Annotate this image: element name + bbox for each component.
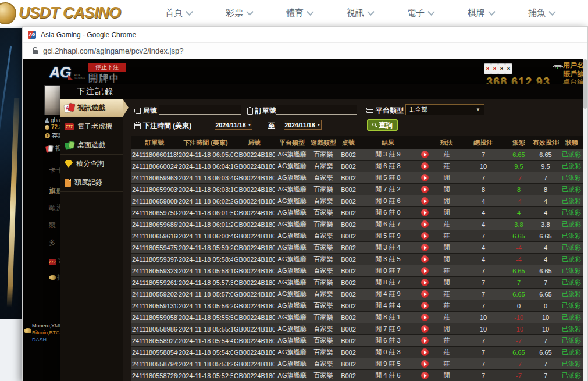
game-type: 百家樂 bbox=[309, 300, 338, 312]
play-type: 莊 bbox=[432, 219, 461, 230]
date-from-select[interactable]: 2024/11/18▼ bbox=[215, 120, 252, 130]
order-id: 241118065980866 bbox=[131, 195, 178, 207]
total-bet: 7 bbox=[461, 172, 505, 184]
platform: AG旗艦廳 bbox=[275, 219, 309, 230]
replay-video-icon[interactable] bbox=[421, 151, 429, 158]
replay-video-icon[interactable] bbox=[421, 337, 429, 344]
valid-bet: 10 bbox=[532, 312, 559, 323]
cards-icon bbox=[65, 104, 74, 112]
play-type: 閒 bbox=[432, 277, 461, 289]
order-id: 241118065961601 bbox=[131, 230, 178, 242]
nav-item-0[interactable]: 首頁 bbox=[148, 8, 209, 19]
column-header: 有效投注額 bbox=[532, 136, 559, 149]
total-bet: 7 bbox=[461, 230, 505, 242]
sidebar-item-live-games[interactable]: 視訊遊戲 bbox=[60, 99, 123, 117]
replay-video-icon[interactable] bbox=[421, 244, 429, 251]
replay-video-icon[interactable] bbox=[421, 162, 429, 170]
round-id: GB00224B180CI bbox=[233, 265, 275, 277]
platform-label: 平台類型 bbox=[366, 106, 404, 116]
replay-video-icon[interactable] bbox=[421, 197, 429, 205]
bet-time: 2024-11-18 05:54:40 bbox=[178, 335, 233, 347]
valid-bet: 8 bbox=[532, 184, 559, 195]
game-type: 百家樂 bbox=[309, 277, 338, 289]
dealing-state-text: 開牌中 bbox=[88, 73, 120, 85]
round-input[interactable] bbox=[159, 105, 241, 115]
date-to-select[interactable]: 2024/11/18▼ bbox=[284, 120, 322, 130]
total-bet: 7 bbox=[461, 289, 505, 300]
bet-time: 2024-11-18 05:52:53 bbox=[178, 370, 233, 381]
platform-select[interactable]: 1.全部 ▼ bbox=[405, 104, 484, 115]
nav-item-6[interactable]: 捕魚 bbox=[511, 8, 572, 19]
table-row: 2411180558927292024-11-18 05:54:40GB0022… bbox=[131, 335, 584, 347]
search-icon bbox=[372, 123, 377, 127]
replay-video-icon[interactable] bbox=[421, 290, 429, 298]
status: 已派彩 bbox=[559, 149, 584, 161]
replay-video-icon[interactable] bbox=[421, 209, 429, 216]
scrollbar-thumb[interactable] bbox=[583, 59, 587, 109]
round-id: GB00224B180CE bbox=[233, 312, 275, 323]
replay-video-icon[interactable] bbox=[421, 372, 429, 379]
payout: 0 bbox=[505, 300, 532, 312]
replay-video-icon[interactable] bbox=[421, 325, 429, 333]
round-id: GB00224B180CD bbox=[233, 323, 275, 335]
total-bet: 7 bbox=[461, 335, 505, 347]
bet-time: 2024-11-18 05:55:52 bbox=[178, 312, 233, 323]
table-header-row: 訂單號下注時間 (美東)局號平台類型遊戲類型桌號結果玩法總投注派彩有效投注額狀態 bbox=[131, 136, 584, 149]
video-menu-fragment[interactable]: 視 bbox=[46, 144, 62, 153]
column-header: 桌號 bbox=[338, 136, 359, 149]
replay-video-icon[interactable] bbox=[421, 314, 429, 321]
nav-item-3[interactable]: 視訊 bbox=[330, 8, 390, 19]
result: 閒 0 莊 3 bbox=[359, 347, 417, 358]
nav-item-1[interactable]: 彩票 bbox=[209, 8, 269, 19]
table-row: 2411180660024912024-11-18 06:04:18GB0022… bbox=[131, 161, 584, 172]
column-header: 結果 bbox=[359, 136, 417, 149]
tag-icon bbox=[134, 108, 141, 114]
order-id: 241118065968658 bbox=[131, 219, 178, 230]
status: 已派彩 bbox=[559, 323, 584, 335]
scrollbar[interactable] bbox=[583, 59, 587, 381]
sidebar-item-slots[interactable]: 777 電子老虎機 bbox=[60, 117, 123, 136]
replay-video-icon[interactable] bbox=[421, 220, 429, 228]
url-bar[interactable]: gci.2hhapi.com/agingame/pcv2/index.jsp? bbox=[23, 42, 587, 59]
game-type: 百家樂 bbox=[309, 289, 338, 300]
sidebar-item-credit-records[interactable]: 額度記錄 bbox=[60, 173, 123, 192]
nav-item-2[interactable]: 體育 bbox=[269, 8, 330, 19]
order-input[interactable] bbox=[276, 105, 357, 115]
replay-video-icon[interactable] bbox=[421, 348, 429, 356]
chevron-down-icon bbox=[246, 8, 254, 16]
sidebar-item-table-games[interactable]: 桌面遊戲 bbox=[60, 136, 123, 155]
replay-video-icon[interactable] bbox=[421, 279, 429, 286]
play-type: 閒 bbox=[432, 254, 461, 265]
round-id: GB00224B180CB bbox=[233, 347, 275, 358]
total-bet: 4 bbox=[461, 207, 505, 219]
status: 已派彩 bbox=[559, 265, 584, 277]
table-id: B002 bbox=[338, 347, 359, 358]
replay-video-icon[interactable] bbox=[421, 255, 429, 263]
replay-video-icon[interactable] bbox=[421, 232, 429, 240]
search-button[interactable]: 查詢 bbox=[367, 119, 398, 131]
table-row: 2411180659963622024-11-18 06:03:45GB0022… bbox=[131, 172, 584, 184]
to-label: 至 bbox=[268, 121, 275, 131]
playing-card: 8 bbox=[505, 63, 512, 74]
play-type: 莊 bbox=[432, 230, 461, 242]
replay-video-icon[interactable] bbox=[421, 360, 429, 368]
game-type: 百家樂 bbox=[309, 347, 338, 358]
game-type: 百家樂 bbox=[309, 161, 338, 172]
result: 閒 6 莊 8 bbox=[359, 161, 417, 172]
table-games-icon bbox=[65, 141, 74, 149]
result: 閒 0 莊 7 bbox=[359, 265, 417, 277]
platform: AG旗艦廳 bbox=[275, 300, 309, 312]
replay-video-icon[interactable] bbox=[421, 186, 429, 193]
payout: -4 bbox=[505, 242, 532, 254]
replay-video-icon[interactable] bbox=[421, 267, 429, 275]
table-row: 2411180660118532024-11-18 06:05:02GB0022… bbox=[131, 149, 584, 161]
nav-item-4[interactable]: 電子 bbox=[390, 8, 451, 19]
sidebar-item-points-query[interactable]: 積分查詢 bbox=[60, 155, 123, 173]
valid-bet: 4 bbox=[532, 254, 559, 265]
game-type: 百家樂 bbox=[309, 242, 338, 254]
bg-menu-item: 競 bbox=[49, 220, 56, 230]
replay-video-icon[interactable] bbox=[421, 302, 429, 309]
nav-item-5[interactable]: 棋牌 bbox=[451, 8, 511, 19]
replay-video-icon[interactable] bbox=[421, 174, 429, 181]
bet-time: 2024-11-18 06:02:25 bbox=[178, 195, 233, 207]
